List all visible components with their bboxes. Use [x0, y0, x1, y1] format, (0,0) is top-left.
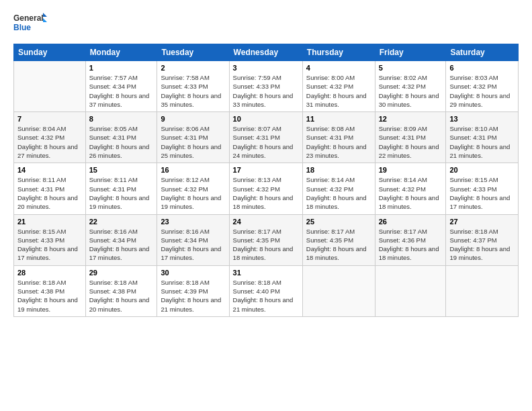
calendar-week-row: 14Sunrise: 8:11 AMSunset: 4:31 PMDayligh…	[14, 163, 519, 214]
day-info: Sunrise: 8:13 AMSunset: 4:32 PMDaylight:…	[233, 175, 299, 211]
day-info: Sunrise: 8:17 AMSunset: 4:36 PMDaylight:…	[379, 227, 443, 263]
day-info: Sunrise: 8:16 AMSunset: 4:34 PMDaylight:…	[89, 227, 154, 263]
day-number: 3	[233, 64, 299, 72]
calendar-cell: 26Sunrise: 8:17 AMSunset: 4:36 PMDayligh…	[375, 214, 446, 265]
day-number: 31	[233, 269, 299, 277]
day-number: 26	[379, 218, 443, 226]
calendar-week-row: 7Sunrise: 8:04 AMSunset: 4:32 PMDaylight…	[14, 112, 519, 163]
weekday-header: Friday	[375, 44, 446, 61]
calendar-cell: 27Sunrise: 8:18 AMSunset: 4:37 PMDayligh…	[446, 214, 519, 265]
day-info: Sunrise: 8:17 AMSunset: 4:35 PMDaylight:…	[233, 227, 299, 263]
day-number: 11	[306, 115, 371, 123]
calendar-cell: 21Sunrise: 8:15 AMSunset: 4:33 PMDayligh…	[14, 214, 86, 265]
day-info: Sunrise: 8:18 AMSunset: 4:40 PMDaylight:…	[233, 278, 299, 314]
day-info: Sunrise: 7:57 AMSunset: 4:34 PMDaylight:…	[89, 73, 154, 109]
calendar-cell	[14, 61, 86, 112]
day-number: 17	[233, 166, 299, 174]
day-number: 23	[161, 218, 225, 226]
calendar-week-row: 28Sunrise: 8:18 AMSunset: 4:38 PMDayligh…	[14, 265, 519, 316]
calendar-week-row: 1Sunrise: 7:57 AMSunset: 4:34 PMDaylight…	[14, 61, 519, 112]
day-info: Sunrise: 8:12 AMSunset: 4:32 PMDaylight:…	[161, 175, 225, 211]
day-number: 24	[233, 218, 299, 226]
calendar-cell: 14Sunrise: 8:11 AMSunset: 4:31 PMDayligh…	[14, 163, 86, 214]
calendar-cell: 6Sunrise: 8:03 AMSunset: 4:32 PMDaylight…	[446, 61, 519, 112]
day-number: 15	[89, 166, 154, 174]
day-info: Sunrise: 7:59 AMSunset: 4:33 PMDaylight:…	[233, 73, 299, 109]
day-number: 27	[449, 218, 515, 226]
day-info: Sunrise: 8:14 AMSunset: 4:32 PMDaylight:…	[379, 175, 443, 211]
calendar-cell	[446, 265, 519, 316]
calendar-cell: 2Sunrise: 7:58 AMSunset: 4:33 PMDaylight…	[157, 61, 229, 112]
calendar-cell: 20Sunrise: 8:15 AMSunset: 4:33 PMDayligh…	[446, 163, 519, 214]
calendar-cell: 31Sunrise: 8:18 AMSunset: 4:40 PMDayligh…	[229, 265, 302, 316]
header: General Blue	[13, 10, 519, 37]
calendar-cell: 3Sunrise: 7:59 AMSunset: 4:33 PMDaylight…	[229, 61, 302, 112]
calendar-cell: 7Sunrise: 8:04 AMSunset: 4:32 PMDaylight…	[14, 112, 86, 163]
calendar-cell: 30Sunrise: 8:18 AMSunset: 4:39 PMDayligh…	[157, 265, 229, 316]
weekday-header: Tuesday	[157, 44, 229, 61]
day-number: 18	[306, 166, 371, 174]
day-info: Sunrise: 8:10 AMSunset: 4:31 PMDaylight:…	[449, 124, 515, 160]
svg-marker-3	[43, 18, 47, 22]
weekday-header: Wednesday	[229, 44, 302, 61]
day-info: Sunrise: 8:18 AMSunset: 4:38 PMDaylight:…	[89, 278, 154, 314]
calendar-cell: 11Sunrise: 8:08 AMSunset: 4:31 PMDayligh…	[302, 112, 375, 163]
day-number: 2	[161, 64, 225, 72]
calendar-cell: 25Sunrise: 8:17 AMSunset: 4:35 PMDayligh…	[302, 214, 375, 265]
day-number: 4	[306, 64, 371, 72]
calendar-cell	[302, 265, 375, 316]
day-number: 6	[449, 64, 515, 72]
day-info: Sunrise: 8:02 AMSunset: 4:32 PMDaylight:…	[379, 73, 443, 109]
main-container: General Blue SundayMondayTuesdayWednesda…	[0, 0, 532, 324]
weekday-header: Saturday	[446, 44, 519, 61]
day-info: Sunrise: 8:17 AMSunset: 4:35 PMDaylight:…	[306, 227, 371, 263]
calendar-cell: 29Sunrise: 8:18 AMSunset: 4:38 PMDayligh…	[85, 265, 157, 316]
calendar-cell: 13Sunrise: 8:10 AMSunset: 4:31 PMDayligh…	[446, 112, 519, 163]
day-number: 28	[17, 269, 82, 277]
day-number: 13	[449, 115, 515, 123]
day-number: 16	[161, 166, 225, 174]
day-info: Sunrise: 8:09 AMSunset: 4:31 PMDaylight:…	[379, 124, 443, 160]
calendar-cell: 1Sunrise: 7:57 AMSunset: 4:34 PMDaylight…	[85, 61, 157, 112]
day-number: 14	[17, 166, 82, 174]
day-info: Sunrise: 8:05 AMSunset: 4:31 PMDaylight:…	[89, 124, 154, 160]
day-number: 20	[449, 166, 515, 174]
day-number: 8	[89, 115, 154, 123]
calendar-cell: 9Sunrise: 8:06 AMSunset: 4:31 PMDaylight…	[157, 112, 229, 163]
day-number: 29	[89, 269, 154, 277]
day-number: 9	[161, 115, 225, 123]
calendar-cell: 4Sunrise: 8:00 AMSunset: 4:32 PMDaylight…	[302, 61, 375, 112]
calendar-cell: 24Sunrise: 8:17 AMSunset: 4:35 PMDayligh…	[229, 214, 302, 265]
day-info: Sunrise: 8:04 AMSunset: 4:32 PMDaylight:…	[17, 124, 82, 160]
day-info: Sunrise: 8:14 AMSunset: 4:32 PMDaylight:…	[306, 175, 371, 211]
calendar-cell: 18Sunrise: 8:14 AMSunset: 4:32 PMDayligh…	[302, 163, 375, 214]
calendar-week-row: 21Sunrise: 8:15 AMSunset: 4:33 PMDayligh…	[14, 214, 519, 265]
day-number: 10	[233, 115, 299, 123]
day-number: 19	[379, 166, 443, 174]
logo-svg: General Blue	[13, 10, 47, 37]
calendar-cell: 10Sunrise: 8:07 AMSunset: 4:31 PMDayligh…	[229, 112, 302, 163]
calendar-cell: 28Sunrise: 8:18 AMSunset: 4:38 PMDayligh…	[14, 265, 86, 316]
calendar-cell: 5Sunrise: 8:02 AMSunset: 4:32 PMDaylight…	[375, 61, 446, 112]
day-info: Sunrise: 8:18 AMSunset: 4:38 PMDaylight:…	[17, 278, 82, 314]
day-info: Sunrise: 8:11 AMSunset: 4:31 PMDaylight:…	[89, 175, 154, 211]
calendar-table: SundayMondayTuesdayWednesdayThursdayFrid…	[13, 44, 519, 317]
day-info: Sunrise: 8:06 AMSunset: 4:31 PMDaylight:…	[161, 124, 225, 160]
header-row: SundayMondayTuesdayWednesdayThursdayFrid…	[14, 44, 519, 61]
logo: General Blue	[13, 10, 47, 37]
day-number: 25	[306, 218, 371, 226]
calendar-cell: 23Sunrise: 8:16 AMSunset: 4:34 PMDayligh…	[157, 214, 229, 265]
day-number: 21	[17, 218, 82, 226]
calendar-cell: 12Sunrise: 8:09 AMSunset: 4:31 PMDayligh…	[375, 112, 446, 163]
day-number: 22	[89, 218, 154, 226]
day-number: 1	[89, 64, 154, 72]
weekday-header: Thursday	[302, 44, 375, 61]
day-info: Sunrise: 8:18 AMSunset: 4:39 PMDaylight:…	[161, 278, 225, 314]
day-number: 30	[161, 269, 225, 277]
day-info: Sunrise: 8:07 AMSunset: 4:31 PMDaylight:…	[233, 124, 299, 160]
day-info: Sunrise: 8:11 AMSunset: 4:31 PMDaylight:…	[17, 175, 82, 211]
calendar-cell: 22Sunrise: 8:16 AMSunset: 4:34 PMDayligh…	[85, 214, 157, 265]
day-info: Sunrise: 8:08 AMSunset: 4:31 PMDaylight:…	[306, 124, 371, 160]
day-info: Sunrise: 8:00 AMSunset: 4:32 PMDaylight:…	[306, 73, 371, 109]
calendar-cell	[375, 265, 446, 316]
